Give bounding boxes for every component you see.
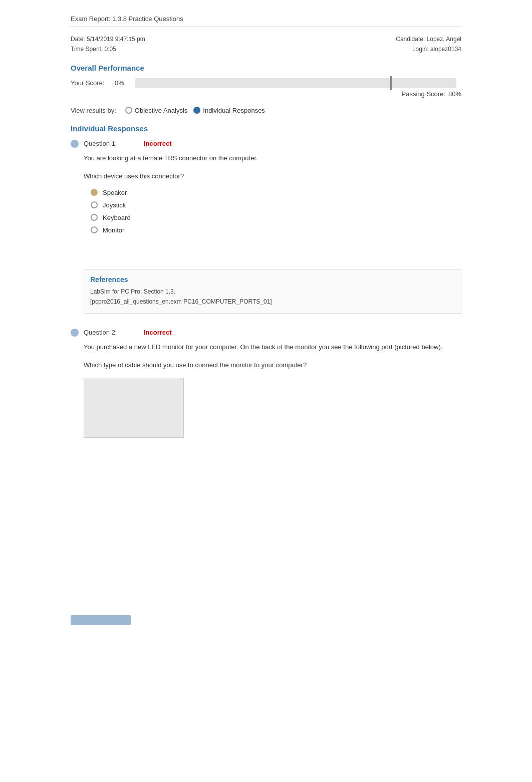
- question-1-header: Question 1: Incorrect: [71, 140, 461, 148]
- your-score-label: Your Score:: [71, 79, 111, 87]
- references-line1-1: LabSim for PC Pro, Section 1.3.: [90, 287, 455, 297]
- exam-login: Login: alopez0134: [396, 44, 461, 54]
- your-score-value: 0%: [115, 79, 124, 87]
- references-section-1: References LabSim for PC Pro, Section 1.…: [84, 269, 461, 314]
- meta-right: Candidate: Lopez, Angel Login: alopez013…: [396, 34, 461, 55]
- question-block-2: Question 2: Incorrect You purchased a ne…: [71, 329, 461, 595]
- question-1-text-2: Which device uses this connector?: [84, 171, 461, 182]
- radio-label-objective: Objective Analysis: [135, 107, 188, 114]
- answer-radio-1-4: [91, 226, 98, 233]
- answer-radio-1-1: [91, 189, 98, 196]
- meta-left: Date: 5/14/2019 9:47:15 pm Time Spent: 0…: [71, 34, 145, 55]
- score-area: Your Score: 0%: [71, 78, 461, 88]
- radio-circle-objective: [125, 107, 132, 114]
- bottom-nav-bar[interactable]: [71, 615, 131, 625]
- answer-1-4[interactable]: Monitor: [91, 226, 461, 234]
- question-2-text-2: Which type of cable should you use to co…: [84, 360, 461, 371]
- question-2-port-image: [84, 378, 184, 438]
- question-2-header: Question 2: Incorrect: [71, 329, 461, 337]
- passing-marker-line: [390, 76, 392, 90]
- question-1-status: Incorrect: [144, 140, 172, 147]
- answer-text-1-3: Keyboard: [103, 214, 131, 221]
- exam-time-spent: Time Spent: 0:05: [71, 44, 145, 54]
- exam-date: Date: 5/14/2019 9:47:15 pm: [71, 34, 145, 44]
- references-line2-1: [pcpro2016_all_questions_en.exm PC16_COM…: [90, 297, 455, 307]
- meta-row: Date: 5/14/2019 9:47:15 pm Time Spent: 0…: [71, 34, 461, 55]
- view-results-label: View results by:: [71, 107, 116, 114]
- view-results-row: View results by: Objective Analysis Indi…: [71, 107, 461, 114]
- score-bar-container: [135, 78, 456, 88]
- question-block-1: Question 1: Incorrect You are looking at…: [71, 140, 461, 314]
- passing-score-area: Passing Score: 80%: [71, 90, 461, 98]
- references-title-1: References: [90, 276, 455, 284]
- question-2-status: Incorrect: [144, 329, 172, 336]
- question-2-icon: [71, 329, 79, 337]
- radio-label-individual: Individual Responses: [203, 107, 265, 114]
- radio-individual-responses[interactable]: Individual Responses: [193, 107, 265, 114]
- answer-1-2[interactable]: Joystick: [91, 201, 461, 209]
- answer-text-1-4: Monitor: [103, 226, 124, 234]
- question-2-label: Question 2:: [84, 329, 139, 336]
- answer-1-3[interactable]: Keyboard: [91, 214, 461, 221]
- answer-radio-1-2: [91, 201, 98, 208]
- overall-performance-title: Overall Performance: [71, 64, 461, 72]
- question-1-icon: [71, 140, 79, 148]
- exam-title: Exam Report: 1.3.8 Practice Questions: [71, 15, 461, 27]
- individual-responses-title: Individual Responses: [71, 124, 461, 133]
- passing-score-value: 80%: [448, 90, 461, 98]
- passing-score-label: Passing Score:: [402, 90, 445, 98]
- question-1-answers: Speaker Joystick Keyboard Monitor: [91, 189, 461, 234]
- radio-circle-individual: [193, 107, 200, 114]
- radio-objective-analysis[interactable]: Objective Analysis: [125, 107, 188, 114]
- question-2-text-1: You purchased a new LED monitor for your…: [84, 342, 461, 353]
- answer-radio-1-3: [91, 214, 98, 221]
- answer-text-1-1: Speaker: [103, 189, 127, 196]
- answer-1-1[interactable]: Speaker: [91, 189, 461, 196]
- question-1-label: Question 1:: [84, 140, 139, 147]
- question-1-text-1: You are looking at a female TRS connecto…: [84, 153, 461, 164]
- answer-text-1-2: Joystick: [103, 201, 126, 209]
- exam-candidate: Candidate: Lopez, Angel: [396, 34, 461, 44]
